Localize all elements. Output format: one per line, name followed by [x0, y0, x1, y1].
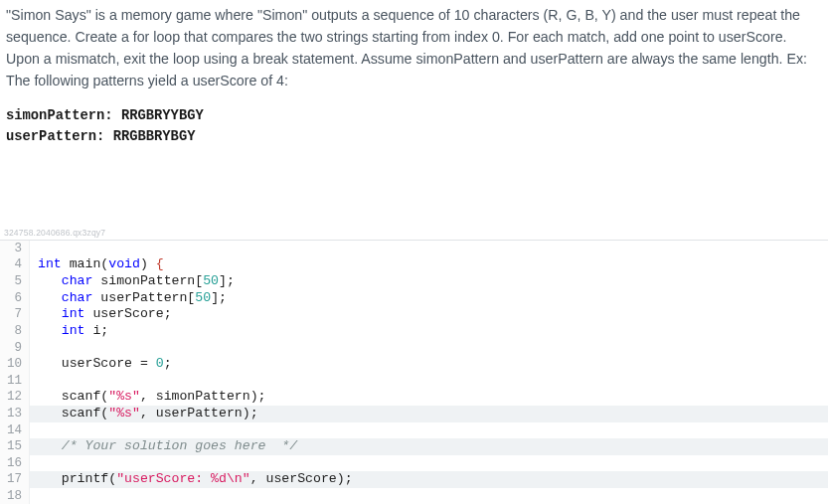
code-14[interactable] [30, 422, 38, 438]
code-8[interactable]: int i; [30, 323, 108, 340]
code-line-13[interactable]: 13 scanf("%s", userPattern); [0, 406, 828, 422]
code-3[interactable] [30, 241, 38, 256]
code-7[interactable]: int userScore; [30, 306, 172, 323]
code-13[interactable]: scanf("%s", userPattern); [30, 406, 258, 422]
code-9[interactable] [30, 340, 38, 356]
code-17[interactable]: printf("userScore: %d\n", userScore); [30, 471, 353, 488]
code-editor[interactable]: 3 4int main(void) { 5 char simonPattern[… [0, 240, 828, 504]
gutter-8: 8 [0, 323, 30, 340]
code-line-17[interactable]: 17 printf("userScore: %d\n", userScore); [0, 471, 828, 488]
code-11[interactable] [30, 373, 38, 389]
code-18[interactable] [30, 488, 38, 504]
gutter-18: 18 [0, 488, 30, 504]
code-5[interactable]: char simonPattern[50]; [30, 273, 235, 290]
problem-description: "Simon Says" is a memory game where "Sim… [0, 0, 828, 93]
code-line-15[interactable]: 15 /* Your solution goes here */ [0, 438, 828, 455]
code-line-5[interactable]: 5 char simonPattern[50]; [0, 273, 828, 290]
code-line-18[interactable]: 18 [0, 488, 828, 504]
code-line-11[interactable]: 11 [0, 373, 828, 389]
code-line-12[interactable]: 12 scanf("%s", simonPattern); [0, 389, 828, 406]
code-line-3[interactable]: 3 [0, 241, 828, 256]
gutter-16: 16 [0, 455, 30, 471]
code-line-8[interactable]: 8 int i; [0, 323, 828, 340]
code-4[interactable]: int main(void) { [30, 256, 164, 273]
watermark-text: 324758.2040686.qx3zqy7 [0, 148, 828, 240]
code-10[interactable]: userScore = 0; [30, 356, 172, 373]
code-12[interactable]: scanf("%s", simonPattern); [30, 389, 266, 406]
gutter-15: 15 [0, 438, 30, 455]
simon-pattern-line: simonPattern: RRGBRYYBGY [6, 105, 822, 126]
gutter-12: 12 [0, 389, 30, 406]
gutter-11: 11 [0, 373, 30, 389]
gutter-10: 10 [0, 356, 30, 373]
gutter-17: 17 [0, 471, 30, 488]
user-pattern-line: userPattern: RRGBBRYBGY [6, 126, 822, 147]
gutter-13: 13 [0, 406, 30, 422]
gutter-7: 7 [0, 306, 30, 323]
code-line-7[interactable]: 7 int userScore; [0, 306, 828, 323]
user-value: RRGBBRYBGY [113, 129, 196, 144]
code-line-14[interactable]: 14 [0, 422, 828, 438]
code-line-10[interactable]: 10 userScore = 0; [0, 356, 828, 373]
code-15[interactable]: /* Your solution goes here */ [30, 438, 297, 455]
code-line-6[interactable]: 6 char userPattern[50]; [0, 290, 828, 307]
gutter-6: 6 [0, 290, 30, 307]
code-16[interactable] [30, 455, 38, 471]
code-6[interactable]: char userPattern[50]; [30, 290, 227, 307]
example-patterns-block: simonPattern: RRGBRYYBGY userPattern: RR… [0, 93, 828, 148]
gutter-9: 9 [0, 340, 30, 356]
gutter-5: 5 [0, 273, 30, 290]
code-line-16[interactable]: 16 [0, 455, 828, 471]
code-line-9[interactable]: 9 [0, 340, 828, 356]
simon-value: RRGBRYYBGY [121, 108, 204, 123]
user-label: userPattern: [6, 129, 113, 144]
simon-label: simonPattern: [6, 108, 121, 123]
gutter-4: 4 [0, 256, 30, 273]
gutter-14: 14 [0, 422, 30, 438]
problem-text: "Simon Says" is a memory game where "Sim… [6, 7, 807, 88]
gutter-3: 3 [0, 241, 30, 256]
code-line-4[interactable]: 4int main(void) { [0, 256, 828, 273]
